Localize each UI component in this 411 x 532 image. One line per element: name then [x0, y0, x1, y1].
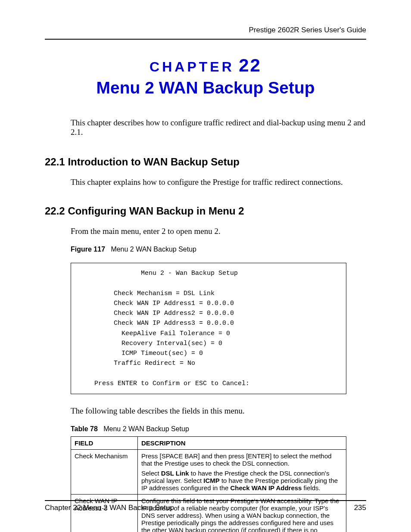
col-field: FIELD [71, 437, 138, 450]
table-header-row: FIELD DESCRIPTION [71, 437, 346, 450]
desc-para: Press [SPACE BAR] and then press [ENTER]… [141, 452, 342, 467]
figure-caption-text: Menu 2 WAN Backup Setup [111, 246, 196, 253]
chapter-label: CHAPTER 22 [45, 55, 366, 76]
chapter-number: 22 [239, 55, 262, 75]
section-22-1-body: This chapter explains how to configure t… [71, 177, 366, 187]
page: Prestige 2602R Series User's Guide CHAPT… [0, 0, 411, 532]
chapter-intro: This chapter describes how to configure … [71, 118, 366, 137]
figure-label: Figure 117 [71, 246, 105, 253]
header-rule [45, 39, 366, 40]
field-description-table: FIELD DESCRIPTION Check Mechanism Press … [71, 436, 346, 532]
table-caption-text: Menu 2 WAN Backup Setup [103, 425, 189, 432]
page-footer: Chapter 22 Menu 2 WAN Backup Setup 235 [45, 500, 366, 512]
section-22-2-body: From the main menu, enter 2 to open menu… [71, 227, 366, 236]
after-figure-text: The following table describes the fields… [71, 406, 366, 416]
bold-text: Check WAN IP Address [230, 484, 302, 492]
chapter-word: CHAPTER [149, 59, 234, 75]
section-22-2-heading: 22.2 Configuring WAN Backup in Menu 2 [45, 205, 366, 217]
footer-chapter: Chapter 22 Menu 2 WAN Backup Setup [45, 504, 174, 512]
cell-description: Press [SPACE BAR] and then press [ENTER]… [138, 450, 346, 495]
table-label: Table 78 [71, 425, 98, 432]
terminal-screenshot: Menu 2 - Wan Backup Setup Check Mechanis… [71, 263, 346, 394]
figure-caption: Figure 117 Menu 2 WAN Backup Setup [71, 246, 366, 253]
cell-field: Check Mechanism [71, 450, 138, 495]
section-22-1-heading: 22.1 Introduction to WAN Backup Setup [45, 156, 366, 168]
col-description: DESCRIPTION [138, 437, 346, 450]
table-caption: Table 78 Menu 2 WAN Backup Setup [71, 425, 366, 433]
text: fields. [302, 484, 320, 492]
table-row: Check Mechanism Press [SPACE BAR] and th… [71, 450, 346, 495]
chapter-title: Menu 2 WAN Backup Setup [45, 78, 366, 97]
bold-text: ICMP [203, 477, 220, 484]
footer-page-number: 235 [354, 504, 366, 512]
bold-text: DSL Link [161, 470, 189, 477]
text: Select [141, 470, 161, 477]
header-guide-title: Prestige 2602R Series User's Guide [45, 26, 366, 34]
footer-rule [45, 500, 366, 501]
desc-para: Select DSL Link to have the Prestige che… [141, 470, 342, 492]
